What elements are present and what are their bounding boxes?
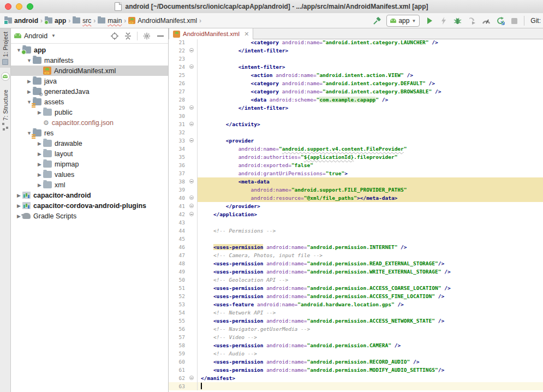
tree-right-arrow-icon[interactable]: ▶ <box>15 203 22 209</box>
fold-marker-icon[interactable] <box>189 204 194 208</box>
tree-item-capacitor-android[interactable]: ▶capacitor-android <box>11 190 168 200</box>
code-line-47[interactable]: 47 <!-- Camera, Photos, input file --> <box>169 251 543 259</box>
code-line-32[interactable]: 32 <box>169 128 543 136</box>
code-line-61[interactable]: 61 <uses-permission android:name="androi… <box>169 366 543 374</box>
zoom-window-button[interactable] <box>27 3 33 10</box>
breadcrumb-item-app[interactable]: app <box>45 17 66 25</box>
code-line-46[interactable]: 46 <uses-permission android:name="androi… <box>169 243 543 251</box>
tree-item-layout[interactable]: ▶layout <box>11 149 168 159</box>
code-line-21[interactable]: 21 <category android:name="android.inten… <box>169 39 543 46</box>
code-line-28[interactable]: 28 <data android:scheme="com.example.cap… <box>169 96 543 104</box>
code-line-34[interactable]: 34 android:name="android.support.v4.cont… <box>169 145 543 153</box>
code-line-63[interactable]: 63 <box>169 382 543 390</box>
code-line-54[interactable]: 54 <!-- Network API --> <box>169 308 543 317</box>
code-line-50[interactable]: 50 <!-- Geolocation API --> <box>169 276 543 284</box>
code-line-23[interactable]: 23 <box>169 55 543 63</box>
run-button[interactable] <box>425 16 434 26</box>
code-line-60[interactable]: 60 <uses-permission android:name="androi… <box>169 358 543 366</box>
breadcrumb-item-src[interactable]: src <box>73 17 91 25</box>
tree-item-app[interactable]: ▼app <box>11 45 168 55</box>
fold-marker-icon[interactable] <box>189 376 194 380</box>
code-line-30[interactable]: 30 <box>169 112 543 120</box>
structure-tool-window-button[interactable]: 7: Structure <box>0 86 10 132</box>
code-line-39[interactable]: 39 android:name="android.support.FILE_PR… <box>169 186 543 194</box>
project-view-selector[interactable]: Android ▼ <box>14 32 56 40</box>
code-line-24[interactable]: 24 <intent-filter> <box>169 63 543 71</box>
tree-item-generatedjava[interactable]: ▶generatedJava <box>11 86 168 97</box>
code-line-59[interactable]: 59 <!-- Audio --> <box>169 349 543 358</box>
locate-file-icon[interactable] <box>110 31 119 40</box>
stop-button[interactable] <box>510 16 519 26</box>
close-icon[interactable]: ✕ <box>244 31 249 38</box>
tree-item-java[interactable]: ▶java <box>11 76 168 86</box>
hide-panel-icon[interactable] <box>156 31 165 40</box>
code-line-56[interactable]: 56 <!-- Navigator.getUserMedia --> <box>169 325 543 333</box>
tree-item-xml[interactable]: ▶xml <box>11 180 168 190</box>
code-line-33[interactable]: 33 <provider <box>169 136 543 145</box>
fold-marker-icon[interactable] <box>189 64 194 69</box>
tree-item-manifests[interactable]: ▼manifests <box>11 55 168 66</box>
tree-right-arrow-icon[interactable]: ▶ <box>36 172 43 177</box>
code-line-53[interactable]: 53 <uses-feature android:name="android.h… <box>169 300 543 308</box>
breadcrumb-item-main[interactable]: main <box>98 17 122 25</box>
code-line-44[interactable]: 44 <!-- Permissions --> <box>169 227 543 235</box>
tree-down-arrow-icon[interactable]: ▼ <box>26 58 33 63</box>
code-line-35[interactable]: 35 android:authorities="${applicationId}… <box>169 153 543 161</box>
attach-debugger-icon[interactable] <box>467 16 476 26</box>
code-line-40[interactable]: 40 android:resource="@xml/file_paths"></… <box>169 194 543 202</box>
tree-right-arrow-icon[interactable]: ▶ <box>26 79 33 84</box>
tree-item-gradle-scripts[interactable]: ▶Gradle Scripts <box>11 211 168 221</box>
code-line-38[interactable]: 38 <meta-data <box>169 177 543 186</box>
debug-bug-icon[interactable] <box>453 16 462 26</box>
code-line-27[interactable]: 27 <category android:name="android.inten… <box>169 87 543 96</box>
tree-item-public[interactable]: ▶public <box>11 107 168 117</box>
code-line-42[interactable]: 42 </application> <box>169 210 543 218</box>
run-configuration-select[interactable]: app ▼ <box>386 15 420 27</box>
code-line-29[interactable]: 29 </intent-filter> <box>169 104 543 112</box>
code-editor[interactable]: 21 <category android:name="android.inten… <box>169 39 543 392</box>
sync-apply-icon[interactable] <box>496 16 505 26</box>
fold-marker-icon[interactable] <box>189 138 194 142</box>
fold-marker-icon[interactable] <box>189 122 194 126</box>
code-line-36[interactable]: 36 android:exported="false" <box>169 161 543 169</box>
tree-item-capacitor-config-json[interactable]: ⚙capacitor.config.json <box>11 117 168 128</box>
tree-item-values[interactable]: ▶values <box>11 169 168 180</box>
tree-right-arrow-icon[interactable]: ▶ <box>36 151 43 157</box>
tree-item-androidmanifest-xml[interactable]: AndroidManifest.xml <box>11 66 168 76</box>
close-window-button[interactable] <box>5 3 11 10</box>
code-line-22[interactable]: 22 </intent-filter> <box>169 46 543 55</box>
fold-marker-icon[interactable] <box>189 195 194 200</box>
code-line-48[interactable]: 48 <uses-permission android:name="androi… <box>169 259 543 268</box>
profiler-gauge-icon[interactable] <box>481 16 491 26</box>
breadcrumb-item-android[interactable]: android <box>4 17 38 25</box>
build-hammer-icon[interactable] <box>372 16 381 26</box>
android-tool-icon[interactable] <box>1 72 10 81</box>
code-line-51[interactable]: 51 <uses-permission android:name="androi… <box>169 284 543 292</box>
code-line-55[interactable]: 55 <uses-permission android:name="androi… <box>169 317 543 325</box>
code-line-43[interactable]: 43 <box>169 218 543 227</box>
fold-marker-icon[interactable] <box>189 105 194 110</box>
code-line-57[interactable]: 57 <!-- Video --> <box>169 333 543 341</box>
tree-item-assets[interactable]: ▼assets <box>11 97 168 107</box>
tab-androidmanifest[interactable]: AndroidManifest.xml ✕ <box>169 28 253 39</box>
tree-down-arrow-icon[interactable]: ▼ <box>26 130 33 136</box>
code-line-45[interactable]: 45 <box>169 235 543 243</box>
minimize-window-button[interactable] <box>16 3 22 10</box>
fold-marker-icon[interactable] <box>189 212 194 216</box>
code-line-31[interactable]: 31 </activity> <box>169 120 543 128</box>
gear-icon[interactable] <box>142 31 151 40</box>
tree-right-arrow-icon[interactable]: ▶ <box>36 162 43 167</box>
tree-down-arrow-icon[interactable]: ▼ <box>26 99 33 105</box>
code-line-26[interactable]: 26 <category android:name="android.inten… <box>169 79 543 87</box>
tree-right-arrow-icon[interactable]: ▶ <box>36 141 43 146</box>
code-line-62[interactable]: 62</manifest> <box>169 374 543 382</box>
project-tool-window-button[interactable]: 1: Project <box>0 28 10 68</box>
tree-right-arrow-icon[interactable]: ▶ <box>26 89 33 94</box>
fold-marker-icon[interactable] <box>189 48 194 52</box>
code-line-41[interactable]: 41 </provider> <box>169 202 543 210</box>
code-line-25[interactable]: 25 <action android:name="android.intent.… <box>169 71 543 79</box>
breadcrumb-item-androidmanifest-xml[interactable]: AndroidManifest.xml <box>128 17 197 25</box>
code-line-52[interactable]: 52 <uses-permission android:name="androi… <box>169 292 543 300</box>
code-line-37[interactable]: 37 android:grantUriPermissions="true"> <box>169 169 543 177</box>
tree-right-arrow-icon[interactable]: ▶ <box>15 193 22 198</box>
